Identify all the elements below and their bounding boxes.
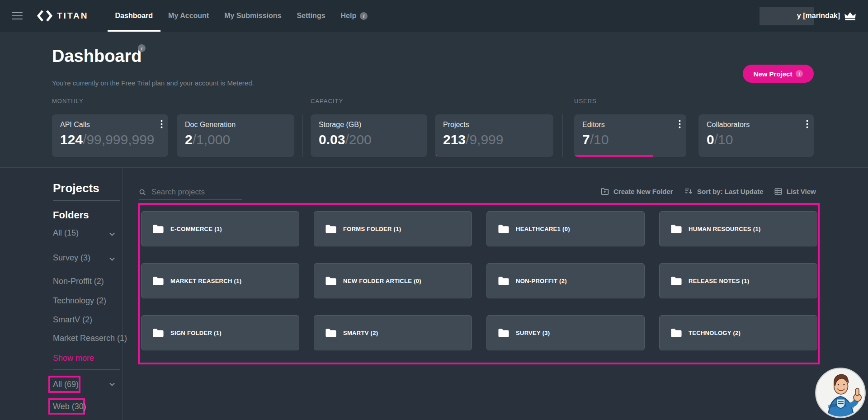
hamburger-menu-icon[interactable] bbox=[12, 12, 23, 19]
sidebar-item-non-proffit[interactable]: Non-Proffit (2) bbox=[53, 277, 104, 286]
stat-card-collaborators: Collaborators 0/10 bbox=[698, 114, 814, 157]
new-project-button[interactable]: New Project i bbox=[743, 65, 814, 83]
folder-icon bbox=[670, 224, 682, 234]
folder-card-new-folder-article[interactable]: NEW FOLDER ARTICLE (0) bbox=[314, 263, 472, 298]
stat-card-projects: Projects 213/9,999 bbox=[435, 114, 553, 157]
folder-card-e-commerce[interactable]: E-COMMERCE (1) bbox=[141, 211, 299, 246]
folder-icon bbox=[325, 224, 337, 234]
stat-card-api-calls: API Calls 124/99,999,999 bbox=[52, 114, 168, 157]
folder-card-healthcare1[interactable]: HEALTHCARE1 (0) bbox=[486, 211, 645, 246]
projects-section: Projects Folders All (15) Survey (3) Non… bbox=[0, 168, 868, 420]
folder-icon bbox=[670, 328, 682, 338]
group-label-capacity: CAPACITY bbox=[311, 98, 343, 104]
folder-card-non-proffit[interactable]: NON-PROFFIT (2) bbox=[486, 263, 645, 298]
nav-my-account[interactable]: My Account bbox=[160, 0, 217, 32]
top-nav-bar: TITAN Dashboard My Account My Submission… bbox=[0, 0, 868, 32]
folder-icon bbox=[325, 276, 337, 286]
projects-sidebar: Projects Folders All (15) Survey (3) Non… bbox=[0, 168, 123, 420]
divider bbox=[53, 200, 120, 201]
dashboard-hero: Dashboard i You're currently on the Free… bbox=[0, 32, 868, 168]
folder-card-human-resources[interactable]: HUMAN RESOURCES (1) bbox=[659, 211, 817, 246]
folder-card-survey[interactable]: SURVEY (3) bbox=[486, 315, 645, 350]
chevron-down-icon[interactable] bbox=[108, 381, 116, 388]
username-label[interactable]: y [marindak] bbox=[797, 12, 840, 20]
create-new-folder-button[interactable]: Create New Folder bbox=[600, 185, 673, 198]
folder-icon bbox=[498, 224, 509, 234]
divider bbox=[53, 369, 120, 370]
sort-icon bbox=[684, 187, 693, 196]
header-user-area: y [marindak] bbox=[760, 7, 856, 25]
stat-card-storage: Storage (GB) 0.03/200 bbox=[311, 114, 427, 157]
folder-card-sign-folder[interactable]: SIGN FOLDER (1) bbox=[141, 315, 299, 350]
folder-card-technology[interactable]: TECHNOLOGY (2) bbox=[659, 315, 817, 350]
kebab-menu-icon[interactable] bbox=[160, 120, 163, 129]
group-divider bbox=[302, 114, 303, 157]
show-more-link[interactable]: Show more bbox=[53, 354, 94, 363]
group-label-users: USERS bbox=[574, 98, 597, 104]
plan-subtitle: You're currently on the Free Trial plan … bbox=[52, 79, 254, 87]
sidebar-title: Projects bbox=[53, 181, 99, 195]
list-view-icon bbox=[774, 187, 783, 196]
sidebar-item-smartv[interactable]: SmartV (2) bbox=[53, 315, 92, 325]
folder-icon bbox=[152, 328, 164, 338]
mascot-icon bbox=[815, 367, 866, 419]
new-project-info-icon: i bbox=[796, 70, 803, 77]
sidebar-folders-heading: Folders bbox=[53, 209, 89, 221]
folder-icon bbox=[498, 328, 509, 338]
chevron-down-icon[interactable] bbox=[108, 231, 116, 238]
search-projects-field bbox=[139, 185, 242, 200]
title-info-icon[interactable]: i bbox=[138, 44, 146, 52]
sidebar-item-market-reaserch[interactable]: Market Reaserch (1) bbox=[53, 334, 127, 343]
folder-card-release-notes[interactable]: RELEASE NOTES (1) bbox=[659, 263, 817, 298]
main-nav: Dashboard My Account My Submissions Sett… bbox=[108, 0, 376, 32]
nav-dashboard[interactable]: Dashboard bbox=[108, 0, 161, 32]
stat-card-editors: Editors 7/10 bbox=[574, 114, 686, 157]
folder-icon bbox=[670, 276, 682, 286]
folder-plus-icon bbox=[600, 187, 609, 196]
folder-icon bbox=[325, 328, 337, 338]
folder-card-forms-folder[interactable]: FORMS FOLDER (1) bbox=[314, 211, 472, 246]
sidebar-item-all-15[interactable]: All (15) bbox=[53, 228, 79, 238]
search-icon bbox=[139, 189, 146, 196]
nav-help[interactable]: Help i bbox=[333, 0, 376, 32]
kebab-menu-icon[interactable] bbox=[806, 120, 808, 129]
titan-logo-icon bbox=[37, 9, 52, 22]
nav-my-submissions[interactable]: My Submissions bbox=[217, 0, 289, 32]
brand-logo[interactable]: TITAN bbox=[37, 9, 89, 22]
folder-icon bbox=[152, 224, 164, 234]
kebab-menu-icon[interactable] bbox=[679, 120, 681, 129]
sidebar-item-all-69[interactable]: All (69) bbox=[53, 380, 79, 389]
projects-progress-bar bbox=[435, 155, 437, 157]
crown-icon bbox=[844, 12, 856, 20]
annotation-box-web-30: Web (30) bbox=[48, 398, 85, 415]
mascot-avatar[interactable] bbox=[815, 367, 866, 419]
annotation-box-folder-grid: E-COMMERCE (1) FORMS FOLDER (1) HEALTHCA… bbox=[138, 203, 820, 364]
folder-card-smartv[interactable]: SMARTV (2) bbox=[314, 315, 472, 350]
nav-settings[interactable]: Settings bbox=[289, 0, 333, 32]
list-view-button[interactable]: List View bbox=[774, 185, 816, 198]
folder-icon bbox=[498, 276, 509, 286]
annotation-box-all-69: All (69) bbox=[48, 376, 80, 393]
sort-by-button[interactable]: Sort by: Last Update bbox=[684, 185, 764, 198]
page-title: Dashboard bbox=[52, 47, 142, 66]
sidebar-item-technology[interactable]: Technology (2) bbox=[53, 296, 106, 306]
search-input[interactable] bbox=[151, 188, 233, 197]
group-divider bbox=[562, 114, 563, 157]
folder-grid: E-COMMERCE (1) FORMS FOLDER (1) HEALTHCA… bbox=[140, 205, 818, 350]
chevron-down-icon[interactable] bbox=[108, 255, 116, 263]
editors-progress-bar bbox=[574, 155, 653, 157]
folder-icon bbox=[152, 276, 164, 286]
stat-card-doc-generation: Doc Generation 2/1,000 bbox=[177, 114, 294, 157]
sidebar-item-survey[interactable]: Survey (3) bbox=[53, 253, 90, 263]
help-info-icon[interactable]: i bbox=[360, 12, 368, 20]
group-label-monthly: MONTHLY bbox=[52, 98, 84, 104]
sidebar-item-web-30[interactable]: Web (30) bbox=[53, 402, 86, 411]
brand-name: TITAN bbox=[57, 11, 89, 21]
folder-card-market-reaserch[interactable]: MARKET REASERCH (1) bbox=[141, 263, 299, 298]
